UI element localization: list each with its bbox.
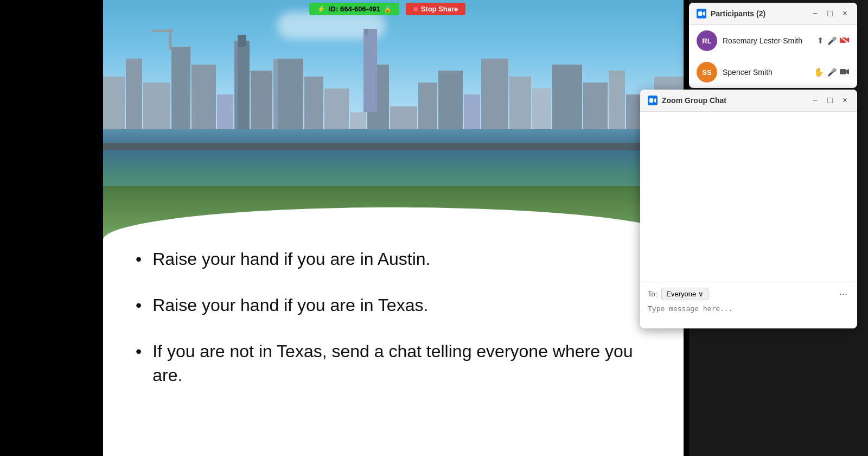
slide-image bbox=[103, 0, 684, 239]
chat-panel: Zoom Group Chat − □ × To: Everyone ∨ ··· bbox=[640, 90, 857, 328]
participant-name-rl: Rosemary Lester-Smith bbox=[723, 36, 812, 45]
panel-window-controls: − □ × bbox=[810, 8, 850, 19]
participant-row-rl: RL Rosemary Lester-Smith ⬆ 🎤 bbox=[689, 25, 857, 56]
left-black-bar bbox=[0, 0, 103, 456]
bullet-text-2: Raise your hand if you are in Texas. bbox=[152, 293, 428, 318]
participants-title-text: Participants (2) bbox=[711, 9, 765, 18]
top-bar: ⚡ ID: 664-606-491 🔒 Stop Share bbox=[309, 3, 465, 15]
svg-rect-39 bbox=[649, 98, 653, 103]
svg-rect-28 bbox=[363, 29, 377, 112]
chat-maximize-button[interactable]: □ bbox=[825, 95, 835, 106]
svg-marker-33 bbox=[703, 11, 705, 16]
participant-name-ss: Spencer Smith bbox=[723, 68, 808, 77]
chat-to-row: To: Everyone ∨ ··· bbox=[648, 288, 850, 300]
hand-icon-ss: ✋ bbox=[814, 67, 824, 77]
chat-to-label: To: bbox=[648, 290, 657, 298]
chat-window-controls: − □ × bbox=[810, 95, 850, 106]
participants-minimize-button[interactable]: − bbox=[810, 8, 820, 19]
svg-marker-40 bbox=[654, 98, 656, 103]
chat-title-left: Zoom Group Chat bbox=[648, 96, 726, 105]
chat-title-bar: Zoom Group Chat − □ × bbox=[640, 90, 857, 112]
chat-more-options-button[interactable]: ··· bbox=[837, 288, 850, 300]
participant-icons-ss: ✋ 🎤 bbox=[814, 67, 850, 77]
chat-to-value: Everyone bbox=[666, 290, 696, 298]
chat-close-button[interactable]: × bbox=[840, 95, 850, 106]
mic-icon-ss: 🎤 bbox=[827, 68, 837, 77]
svg-rect-7 bbox=[238, 35, 246, 47]
chat-title-text: Zoom Group Chat bbox=[662, 96, 726, 105]
stop-dot bbox=[413, 7, 418, 11]
avatar-ss: SS bbox=[697, 62, 717, 83]
svg-rect-32 bbox=[698, 11, 702, 16]
meeting-id-badge: ⚡ ID: 664-606-491 🔒 bbox=[309, 3, 399, 15]
participants-title-left: Participants (2) bbox=[697, 9, 765, 18]
stop-share-label: Stop Share bbox=[421, 5, 458, 13]
svg-rect-29 bbox=[365, 29, 368, 35]
participants-title-bar: Participants (2) − □ × bbox=[689, 3, 857, 25]
bullet-dot-1: • bbox=[136, 247, 142, 271]
stop-share-button[interactable]: Stop Share bbox=[406, 3, 466, 15]
participants-close-button[interactable]: × bbox=[840, 8, 850, 19]
share-icon-rl: ⬆ bbox=[817, 36, 824, 46]
svg-rect-26 bbox=[169, 29, 171, 50]
participants-panel: Participants (2) − □ × RL Rosemary Leste… bbox=[689, 3, 857, 88]
road-bridge bbox=[103, 143, 684, 150]
svg-rect-37 bbox=[840, 69, 846, 74]
mic-icon-rl: 🎤 bbox=[827, 36, 837, 45]
participants-maximize-button[interactable]: □ bbox=[825, 8, 835, 19]
chevron-down-icon: ∨ bbox=[698, 290, 704, 298]
chat-to-select[interactable]: Everyone ∨ bbox=[661, 288, 709, 300]
svg-marker-38 bbox=[846, 69, 849, 74]
meeting-id-text: ID: 664-606-491 bbox=[329, 5, 380, 13]
bullet-dot-3: • bbox=[136, 339, 142, 364]
participant-icons-rl: ⬆ 🎤 bbox=[817, 36, 850, 46]
bullet-text-3: If you are not in Texas, send a chat tel… bbox=[152, 339, 651, 388]
avatar-rl: RL bbox=[697, 30, 717, 51]
chat-footer: To: Everyone ∨ ··· bbox=[640, 282, 857, 328]
bullet-dot-2: • bbox=[136, 293, 142, 318]
zoom-chat-icon bbox=[648, 96, 658, 105]
lock-icon: 🔒 bbox=[384, 5, 392, 13]
cam-icon-ss bbox=[840, 68, 850, 77]
participant-row-ss: SS Spencer Smith ✋ 🎤 bbox=[689, 56, 857, 88]
presentation-area: ⚡ ID: 664-606-491 🔒 Stop Share bbox=[103, 0, 684, 456]
chat-minimize-button[interactable]: − bbox=[810, 95, 820, 106]
bullet-item-1: • Raise your hand if you are in Austin. bbox=[136, 247, 651, 271]
bullet-text-1: Raise your hand if you are in Austin. bbox=[152, 247, 430, 271]
bullet-item-3: • If you are not in Texas, send a chat t… bbox=[136, 339, 651, 388]
lightning-icon: ⚡ bbox=[317, 5, 326, 13]
zoom-participants-icon bbox=[697, 9, 706, 18]
chat-messages-area bbox=[640, 112, 857, 282]
bullet-item-2: • Raise your hand if you are in Texas. bbox=[136, 293, 651, 318]
cam-icon-rl bbox=[840, 36, 850, 46]
chat-message-input[interactable] bbox=[648, 305, 850, 321]
svg-rect-27 bbox=[152, 30, 174, 31]
